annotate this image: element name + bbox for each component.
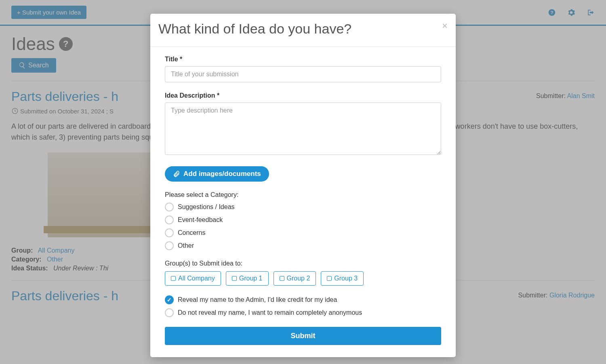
title-field-label: Title * <box>165 56 441 63</box>
submit-button[interactable]: Submit <box>165 327 441 345</box>
anonymity-option-reveal[interactable]: Reveal my name to the Admin, I'd like cr… <box>165 295 441 304</box>
anonymity-option-hide[interactable]: Do not reveal my name, I want to remain … <box>165 308 441 317</box>
category-option[interactable]: Other <box>165 241 441 250</box>
category-label: Concerns <box>178 229 205 236</box>
checkbox-icon <box>327 276 332 281</box>
submit-idea-modal: What kind of Idea do you have? × Title *… <box>150 14 456 357</box>
group-chip-label: Group 1 <box>239 275 263 282</box>
category-label: Suggestions / Ideas <box>178 203 235 211</box>
modal-title: What kind of Idea do you have? <box>158 21 351 37</box>
paperclip-icon <box>173 170 180 178</box>
radio-icon[interactable] <box>165 241 174 250</box>
group-chip-label: Group 2 <box>287 275 310 282</box>
radio-icon[interactable] <box>165 228 174 237</box>
title-input[interactable] <box>165 66 441 82</box>
group-chip[interactable]: Group 2 <box>274 271 316 286</box>
radio-icon[interactable] <box>165 308 174 317</box>
radio-checked-icon[interactable] <box>165 295 174 304</box>
add-attachment-button[interactable]: Add images/documents <box>165 166 269 182</box>
category-option[interactable]: Concerns <box>165 228 441 237</box>
checkbox-icon <box>171 276 176 281</box>
group-chip[interactable]: Group 1 <box>226 271 269 286</box>
group-chip[interactable]: All Company <box>165 271 221 286</box>
description-field-label: Idea Description * <box>165 92 441 99</box>
category-option[interactable]: Event-feedback <box>165 215 441 224</box>
checkbox-icon <box>280 276 284 281</box>
radio-icon[interactable] <box>165 203 174 211</box>
anonymity-label: Do not reveal my name, I want to remain … <box>178 309 362 316</box>
group-chip-label: All Company <box>178 275 215 282</box>
group-chip[interactable]: Group 3 <box>321 271 364 286</box>
group-chip-label: Group 3 <box>334 275 358 282</box>
category-option[interactable]: Suggestions / Ideas <box>165 203 441 211</box>
add-attachment-label: Add images/documents <box>183 170 261 178</box>
radio-icon[interactable] <box>165 215 174 224</box>
category-section-label: Please select a Category: <box>165 191 441 199</box>
anonymity-label: Reveal my name to the Admin, I'd like cr… <box>178 296 337 303</box>
groups-section-label: Group(s) to Submit idea to: <box>165 260 441 267</box>
description-textarea[interactable] <box>165 103 441 155</box>
category-label: Other <box>178 242 194 249</box>
category-label: Event-feedback <box>178 216 223 224</box>
checkbox-icon <box>232 276 237 281</box>
close-icon[interactable]: × <box>442 21 448 31</box>
